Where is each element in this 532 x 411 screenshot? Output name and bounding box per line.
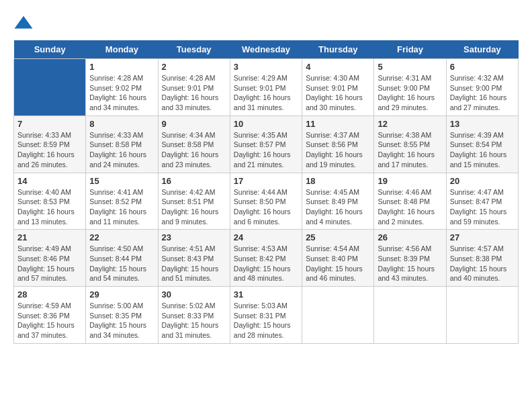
cell-info: Sunrise: 4:41 AMSunset: 8:52 PMDaylight:… [89, 188, 146, 226]
calendar-cell: 6 Sunrise: 4:32 AMSunset: 9:00 PMDayligh… [446, 59, 518, 116]
calendar-cell [446, 287, 518, 344]
cell-info: Sunrise: 4:39 AMSunset: 8:54 PMDaylight:… [450, 131, 507, 169]
calendar-cell: 5 Sunrise: 4:31 AMSunset: 9:00 PMDayligh… [374, 59, 446, 116]
day-header-tuesday: Tuesday [158, 40, 230, 59]
week-row-2: 7 Sunrise: 4:33 AMSunset: 8:59 PMDayligh… [14, 116, 519, 173]
calendar-cell: 11 Sunrise: 4:37 AMSunset: 8:56 PMDaylig… [302, 116, 374, 173]
header-row: SundayMondayTuesdayWednesdayThursdayFrid… [14, 40, 519, 59]
page-header [13, 13, 519, 34]
day-number: 6 [450, 62, 515, 72]
day-number: 13 [450, 119, 515, 129]
cell-info: Sunrise: 4:53 AMSunset: 8:42 PMDaylight:… [234, 244, 291, 282]
day-number: 15 [89, 176, 154, 186]
cell-info: Sunrise: 4:51 AMSunset: 8:43 PMDaylight:… [162, 244, 219, 282]
day-number: 9 [162, 119, 226, 129]
day-number: 3 [234, 62, 298, 72]
calendar-cell: 29 Sunrise: 5:00 AMSunset: 8:35 PMDaylig… [86, 287, 158, 344]
cell-info: Sunrise: 4:45 AMSunset: 8:49 PMDaylight:… [306, 188, 363, 226]
calendar-cell [302, 287, 374, 344]
calendar-cell: 23 Sunrise: 4:51 AMSunset: 8:43 PMDaylig… [158, 230, 230, 287]
cell-info: Sunrise: 4:40 AMSunset: 8:53 PMDaylight:… [17, 188, 75, 226]
day-number: 28 [17, 289, 82, 300]
calendar-cell: 15 Sunrise: 4:41 AMSunset: 8:52 PMDaylig… [86, 173, 158, 230]
cell-info: Sunrise: 4:50 AMSunset: 8:44 PMDaylight:… [89, 244, 146, 282]
day-number: 19 [378, 176, 442, 186]
day-number: 23 [162, 232, 226, 242]
cell-info: Sunrise: 5:00 AMSunset: 8:35 PMDaylight:… [89, 302, 146, 339]
cell-info: Sunrise: 4:54 AMSunset: 8:40 PMDaylight:… [306, 244, 363, 282]
day-header-monday: Monday [86, 40, 158, 59]
day-header-sunday: Sunday [14, 40, 86, 59]
calendar-cell: 18 Sunrise: 4:45 AMSunset: 8:49 PMDaylig… [302, 173, 374, 230]
cell-info: Sunrise: 4:33 AMSunset: 8:58 PMDaylight:… [89, 131, 146, 169]
day-number: 5 [378, 62, 442, 72]
day-number: 10 [234, 119, 298, 129]
cell-info: Sunrise: 4:30 AMSunset: 9:01 PMDaylight:… [306, 74, 363, 111]
day-number: 18 [306, 176, 370, 186]
cell-info: Sunrise: 4:35 AMSunset: 8:57 PMDaylight:… [234, 131, 291, 169]
cell-info: Sunrise: 4:44 AMSunset: 8:50 PMDaylight:… [234, 188, 291, 226]
calendar-cell: 30 Sunrise: 5:02 AMSunset: 8:33 PMDaylig… [158, 287, 230, 344]
calendar-cell: 25 Sunrise: 4:54 AMSunset: 8:40 PMDaylig… [302, 230, 374, 287]
day-number: 12 [378, 119, 442, 129]
cell-info: Sunrise: 4:37 AMSunset: 8:56 PMDaylight:… [306, 131, 363, 169]
cell-info: Sunrise: 4:42 AMSunset: 8:51 PMDaylight:… [162, 188, 219, 226]
cell-info: Sunrise: 4:28 AMSunset: 9:02 PMDaylight:… [89, 74, 146, 111]
cell-info: Sunrise: 4:56 AMSunset: 8:39 PMDaylight:… [378, 244, 435, 282]
calendar-cell: 16 Sunrise: 4:42 AMSunset: 8:51 PMDaylig… [158, 173, 230, 230]
calendar-cell: 2 Sunrise: 4:28 AMSunset: 9:01 PMDayligh… [158, 59, 230, 116]
week-row-1: 1 Sunrise: 4:28 AMSunset: 9:02 PMDayligh… [14, 59, 519, 116]
day-number: 22 [89, 232, 154, 242]
calendar-cell: 17 Sunrise: 4:44 AMSunset: 8:50 PMDaylig… [230, 173, 302, 230]
day-number: 20 [450, 176, 515, 186]
day-number: 14 [17, 176, 82, 186]
calendar-cell: 21 Sunrise: 4:49 AMSunset: 8:46 PMDaylig… [14, 230, 86, 287]
cell-info: Sunrise: 4:31 AMSunset: 9:00 PMDaylight:… [378, 74, 435, 111]
calendar-cell: 13 Sunrise: 4:39 AMSunset: 8:54 PMDaylig… [446, 116, 518, 173]
day-header-saturday: Saturday [446, 40, 518, 59]
calendar-cell: 14 Sunrise: 4:40 AMSunset: 8:53 PMDaylig… [14, 173, 86, 230]
calendar-cell: 7 Sunrise: 4:33 AMSunset: 8:59 PMDayligh… [14, 116, 86, 173]
cell-info: Sunrise: 4:34 AMSunset: 8:58 PMDaylight:… [162, 131, 219, 169]
calendar-cell: 24 Sunrise: 4:53 AMSunset: 8:42 PMDaylig… [230, 230, 302, 287]
calendar-cell: 8 Sunrise: 4:33 AMSunset: 8:58 PMDayligh… [86, 116, 158, 173]
cell-info: Sunrise: 4:47 AMSunset: 8:47 PMDaylight:… [450, 188, 507, 226]
cell-info: Sunrise: 4:46 AMSunset: 8:48 PMDaylight:… [378, 188, 435, 226]
calendar-cell [374, 287, 446, 344]
day-number: 8 [89, 119, 154, 129]
day-header-friday: Friday [374, 40, 446, 59]
calendar-cell: 26 Sunrise: 4:56 AMSunset: 8:39 PMDaylig… [374, 230, 446, 287]
calendar-cell: 27 Sunrise: 4:57 AMSunset: 8:38 PMDaylig… [446, 230, 518, 287]
cell-info: Sunrise: 4:57 AMSunset: 8:38 PMDaylight:… [450, 244, 507, 282]
calendar-cell: 9 Sunrise: 4:34 AMSunset: 8:58 PMDayligh… [158, 116, 230, 173]
day-number: 26 [378, 232, 442, 242]
day-number: 11 [306, 119, 370, 129]
svg-marker-0 [15, 16, 33, 29]
calendar-cell: 1 Sunrise: 4:28 AMSunset: 9:02 PMDayligh… [86, 59, 158, 116]
day-number: 27 [450, 232, 515, 242]
day-header-wednesday: Wednesday [230, 40, 302, 59]
calendar-cell: 4 Sunrise: 4:30 AMSunset: 9:01 PMDayligh… [302, 59, 374, 116]
cell-info: Sunrise: 4:28 AMSunset: 9:01 PMDaylight:… [162, 74, 219, 111]
calendar-cell: 19 Sunrise: 4:46 AMSunset: 8:48 PMDaylig… [374, 173, 446, 230]
day-number: 31 [234, 289, 298, 300]
day-number: 24 [234, 232, 298, 242]
day-number: 4 [306, 62, 370, 72]
cell-info: Sunrise: 4:49 AMSunset: 8:46 PMDaylight:… [17, 244, 75, 282]
week-row-5: 28 Sunrise: 4:59 AMSunset: 8:36 PMDaylig… [14, 287, 519, 344]
cell-info: Sunrise: 5:02 AMSunset: 8:33 PMDaylight:… [162, 302, 219, 339]
cell-info: Sunrise: 5:03 AMSunset: 8:31 PMDaylight:… [234, 302, 291, 339]
cell-info: Sunrise: 4:38 AMSunset: 8:55 PMDaylight:… [378, 131, 435, 169]
cell-info: Sunrise: 4:59 AMSunset: 8:36 PMDaylight:… [17, 302, 75, 339]
day-number: 2 [162, 62, 226, 72]
calendar-cell: 10 Sunrise: 4:35 AMSunset: 8:57 PMDaylig… [230, 116, 302, 173]
week-row-4: 21 Sunrise: 4:49 AMSunset: 8:46 PMDaylig… [14, 230, 519, 287]
calendar-cell: 20 Sunrise: 4:47 AMSunset: 8:47 PMDaylig… [446, 173, 518, 230]
day-number: 1 [89, 62, 154, 72]
day-number: 7 [17, 119, 82, 129]
day-number: 25 [306, 232, 370, 242]
logo [13, 13, 36, 34]
day-number: 21 [17, 232, 82, 242]
cell-info: Sunrise: 4:32 AMSunset: 9:00 PMDaylight:… [450, 74, 507, 111]
calendar-cell: 3 Sunrise: 4:29 AMSunset: 9:01 PMDayligh… [230, 59, 302, 116]
